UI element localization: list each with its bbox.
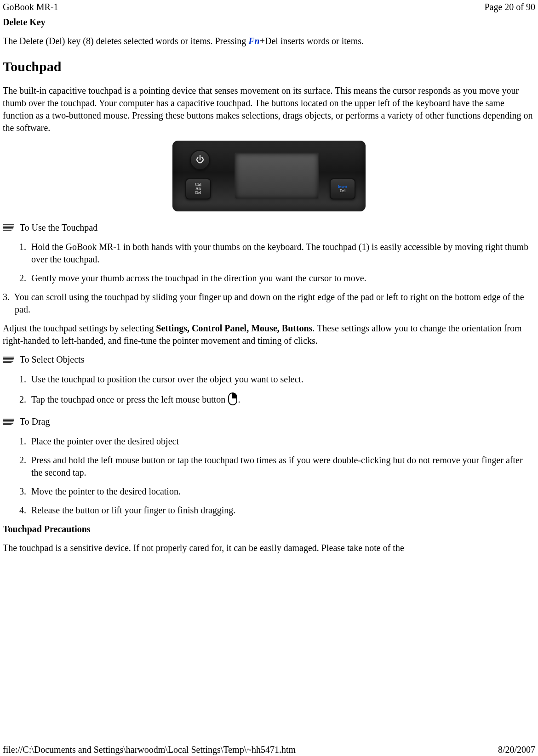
select-step-2b: . xyxy=(238,394,240,404)
use-step-1: Hold the GoBook MR-1 in both hands with … xyxy=(29,241,535,266)
footer-date: 8/20/2007 xyxy=(498,744,535,756)
power-icon: ⏻ xyxy=(196,154,204,165)
lines-icon xyxy=(3,416,15,429)
select-objects-heading: To Select Objects xyxy=(3,353,535,367)
use-touchpad-heading-text: To Use the Touchpad xyxy=(17,222,97,233)
cad-line3: Del xyxy=(195,191,201,195)
select-step-2: Tap the touchpad once or press the left … xyxy=(29,392,535,409)
touchpad-heading: Touchpad xyxy=(3,57,535,76)
lines-icon xyxy=(3,354,15,367)
header-page-number: Page 20 of 90 xyxy=(484,1,535,13)
settings-text-a: Adjust the touchpad settings by selectin… xyxy=(3,323,156,333)
select-objects-heading-text: To Select Objects xyxy=(17,354,84,364)
drag-heading: To Drag xyxy=(3,415,535,429)
drag-step-1: Place the pointer over the desired objec… xyxy=(29,435,535,448)
delete-key-heading: Delete Key xyxy=(3,16,535,28)
drag-step-2: Press and hold the left mouse button or … xyxy=(29,454,535,479)
delete-key-text-a: The Delete (Del) key (8) deletes selecte… xyxy=(3,36,248,46)
precautions-heading: Touchpad Precautions xyxy=(3,523,535,535)
use-touchpad-heading: To Use the Touchpad xyxy=(3,222,535,235)
settings-bold-path: Settings, Control Panel, Mouse, Buttons xyxy=(156,323,312,333)
footer-file-path: file://C:\Documents and Settings\harwood… xyxy=(3,744,296,756)
use-step-3-marker: 3. xyxy=(3,292,10,302)
header-doc-title: GoBook MR-1 xyxy=(3,1,58,13)
use-step-3-text: You can scroll using the touchpad by sli… xyxy=(14,292,524,314)
drag-heading-text: To Drag xyxy=(17,416,50,426)
touchpad-surface-photo xyxy=(235,153,319,199)
select-objects-steps: Use the touchpad to position the cursor … xyxy=(3,373,535,409)
drag-steps: Place the pointer over the desired objec… xyxy=(3,435,535,517)
del-button-photo: Insert Del xyxy=(330,178,355,199)
drag-step-4: Release the button or lift your finger t… xyxy=(29,504,535,517)
fn-key-label: Fn xyxy=(248,36,259,46)
mouse-icon xyxy=(228,392,238,409)
ctrl-alt-del-button-photo: Ctrl Alt Del xyxy=(185,178,211,199)
delete-key-text-b: +Del inserts words or items. xyxy=(260,36,364,46)
use-step-3-outdented: 3. You can scroll using the touchpad by … xyxy=(3,291,535,316)
use-touchpad-steps: Hold the GoBook MR-1 in both hands with … xyxy=(3,241,535,284)
power-button-photo: ⏻ xyxy=(190,150,210,170)
select-step-1: Use the touchpad to position the cursor … xyxy=(29,373,535,386)
precautions-paragraph: The touchpad is a sensitive device. If n… xyxy=(3,542,535,554)
select-step-2a: Tap the touchpad once or press the left … xyxy=(31,394,228,404)
touchpad-photo: ⏻ Ctrl Alt Del Insert Del xyxy=(172,141,366,211)
lines-icon xyxy=(3,222,15,234)
delete-key-paragraph: The Delete (Del) key (8) deletes selecte… xyxy=(3,35,535,47)
touchpad-intro: The built-in capacitive touchpad is a po… xyxy=(3,85,535,134)
use-step-2: Gently move your thumb across the touchp… xyxy=(29,272,535,284)
drag-step-3: Move the pointer to the desired location… xyxy=(29,485,535,498)
del-del-label: Del xyxy=(340,189,346,193)
touchpad-settings-paragraph: Adjust the touchpad settings by selectin… xyxy=(3,322,535,347)
